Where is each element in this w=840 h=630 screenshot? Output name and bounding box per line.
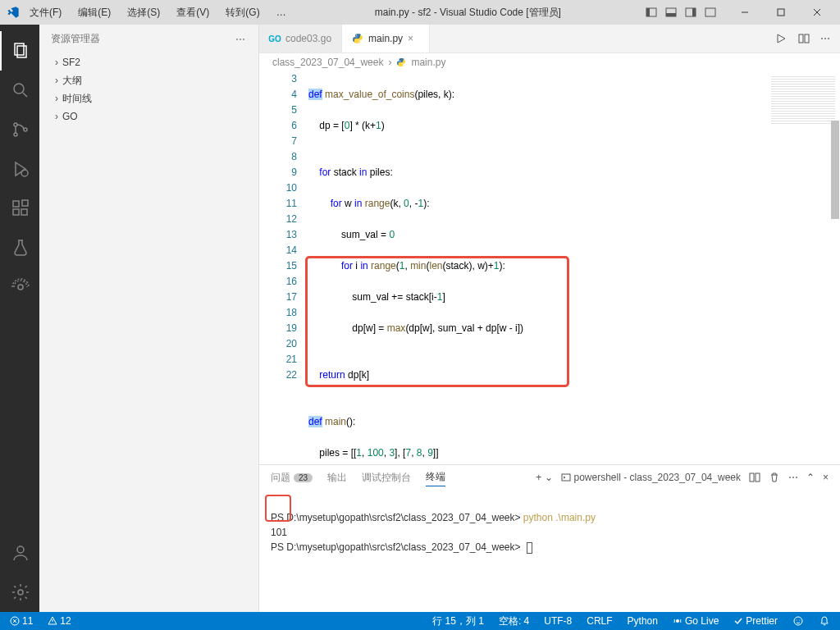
svg-point-38	[800, 620, 801, 621]
close-button[interactable]	[801, 0, 833, 25]
tree-item-label: SF2	[62, 57, 80, 68]
svg-rect-5	[692, 8, 696, 16]
chevron-right-icon: ›	[51, 93, 62, 104]
search-icon[interactable]	[0, 71, 39, 110]
svg-point-24	[17, 546, 24, 553]
terminal-output[interactable]: PS D:\mysetup\gopath\src\sf2\class_2023_…	[259, 490, 840, 612]
status-cursor[interactable]: 行 15，列 1	[429, 614, 487, 628]
status-warnings[interactable]: 12	[44, 615, 74, 627]
breadcrumb-folder: class_2023_07_04_week	[272, 57, 383, 68]
status-bar: 11 12 行 15，列 1 空格: 4 UTF-8 CRLF Python G…	[0, 612, 840, 630]
panel-tab-problems[interactable]: 问题23	[271, 469, 313, 486]
menu-select[interactable]: 选择(S)	[121, 2, 167, 23]
status-feedback-icon[interactable]	[789, 614, 807, 628]
minimap-content	[771, 76, 835, 126]
extensions-icon[interactable]	[0, 189, 39, 228]
svg-rect-27	[805, 34, 809, 43]
terminal-shell-icon[interactable]: powershell - class_2023_07_04_week	[561, 472, 741, 483]
close-panel-icon[interactable]: ×	[823, 472, 829, 483]
svg-point-35	[676, 619, 679, 623]
python-icon	[396, 57, 406, 67]
panel-tab-output[interactable]: 输出	[327, 469, 347, 486]
svg-point-15	[14, 123, 17, 126]
layout-bottom-icon[interactable]	[663, 4, 679, 21]
tab-label: main.py	[368, 33, 403, 44]
tree-item-sf2[interactable]: ›SF2	[39, 53, 258, 71]
svg-rect-29	[750, 473, 754, 482]
svg-point-18	[21, 170, 28, 176]
svg-point-25	[18, 590, 23, 595]
panel-tab-debug[interactable]: 调试控制台	[362, 469, 411, 486]
panel: 问题23 输出 调试控制台 终端 + ⌄ powershell - class_…	[259, 464, 840, 612]
tree-item-outline[interactable]: ›大纲	[39, 71, 258, 89]
tab-code03[interactable]: GO code03.go	[259, 25, 342, 52]
status-spaces[interactable]: 空格: 4	[495, 614, 532, 628]
maximize-button[interactable]	[765, 0, 797, 25]
explorer-icon[interactable]	[0, 31, 39, 71]
svg-rect-11	[15, 43, 24, 55]
chevron-up-icon[interactable]: ⌃	[806, 472, 815, 483]
sidebar-title: 资源管理器 ⋯	[39, 25, 258, 53]
layout-right-icon[interactable]	[682, 4, 699, 21]
python-icon	[352, 33, 363, 44]
menu-view[interactable]: 查看(V)	[170, 2, 216, 23]
run-icon[interactable]	[774, 32, 788, 45]
account-icon[interactable]	[0, 533, 39, 573]
trash-icon[interactable]	[769, 472, 780, 483]
split-terminal-icon[interactable]	[749, 472, 760, 483]
menu-more[interactable]: …	[270, 3, 293, 21]
chevron-right-icon: ›	[51, 111, 62, 122]
scrollbar-vertical[interactable]	[830, 71, 840, 464]
tab-main[interactable]: main.py ×	[342, 25, 430, 52]
svg-rect-26	[799, 34, 803, 43]
new-terminal-icon[interactable]: + ⌄	[536, 472, 552, 483]
svg-rect-3	[666, 13, 676, 16]
remote-icon[interactable]	[0, 267, 39, 307]
code-content[interactable]: def max_value_of_coins(piles, k): dp = […	[308, 71, 766, 464]
svg-rect-6	[705, 8, 715, 16]
testing-icon[interactable]	[0, 228, 39, 267]
status-prettier[interactable]: Prettier	[730, 614, 781, 628]
cursor	[527, 542, 532, 554]
svg-rect-1	[646, 8, 650, 16]
more-icon[interactable]: ⋯	[820, 33, 830, 44]
svg-rect-19	[13, 201, 19, 207]
layout-left-icon[interactable]	[643, 4, 660, 21]
breadcrumb[interactable]: class_2023_07_04_week › main.py	[259, 53, 840, 71]
panel-tab-terminal[interactable]: 终端	[426, 468, 445, 486]
menu-goto[interactable]: 转到(G)	[219, 2, 266, 23]
minimize-button[interactable]	[728, 0, 761, 25]
sidebar: 资源管理器 ⋯ ›SF2 ›大纲 ›时间线 ›GO	[39, 25, 259, 612]
svg-point-36	[794, 617, 802, 625]
minimap[interactable]	[766, 71, 840, 464]
svg-rect-22	[22, 200, 28, 206]
menu-edit[interactable]: 编辑(E)	[71, 2, 117, 23]
status-errors[interactable]: 11	[7, 615, 36, 627]
tab-label: code03.go	[285, 33, 331, 44]
status-golive[interactable]: Go Live	[669, 614, 722, 628]
more-icon[interactable]: ⋯	[788, 472, 798, 483]
layout-full-icon[interactable]	[702, 4, 719, 21]
menu-file[interactable]: 文件(F)	[23, 2, 68, 23]
split-icon[interactable]	[797, 32, 810, 45]
source-control-icon[interactable]	[0, 110, 39, 149]
sidebar-more-icon[interactable]: ⋯	[235, 34, 247, 45]
problems-badge: 23	[294, 473, 313, 482]
chevron-right-icon: ›	[51, 57, 62, 68]
svg-point-23	[18, 285, 23, 290]
settings-gear-icon[interactable]	[0, 573, 39, 612]
code-editor[interactable]: 345678910111213141516171819202122 def ma…	[259, 71, 840, 464]
terminal-highlight-box	[265, 495, 291, 522]
close-icon[interactable]: ×	[408, 33, 419, 44]
status-encoding[interactable]: UTF-8	[541, 614, 575, 628]
status-eol[interactable]: CRLF	[583, 614, 615, 628]
tree-item-go[interactable]: ›GO	[39, 107, 258, 126]
run-debug-icon[interactable]	[0, 149, 39, 189]
status-language[interactable]: Python	[624, 614, 661, 628]
window-title: main.py - sf2 - Visual Studio Code [管理员]	[296, 6, 640, 20]
tree-item-label: 时间线	[62, 92, 92, 106]
panel-tabs: 问题23 输出 调试控制台 终端 + ⌄ powershell - class_…	[259, 465, 840, 490]
svg-point-16	[14, 133, 17, 136]
status-bell-icon[interactable]	[815, 614, 833, 628]
tree-item-timeline[interactable]: ›时间线	[39, 89, 258, 107]
